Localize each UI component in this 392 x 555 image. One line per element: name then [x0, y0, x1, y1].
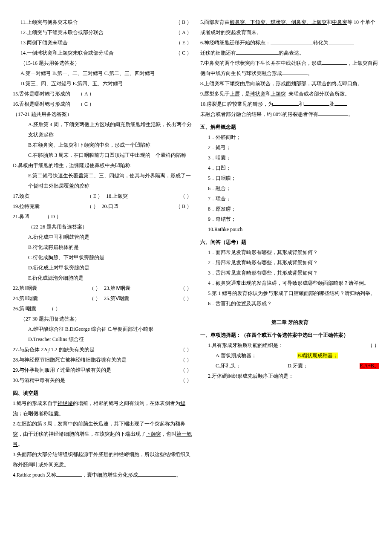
f4c: 。 — [176, 472, 182, 478]
f3b: 外胚间叶或外间充质 — [18, 462, 64, 468]
mc-question-1: 1.具有形成牙釉质功能的组织是：（ ） — [200, 340, 379, 350]
f4b: ，囊中细胞增生分化形成 — [82, 472, 138, 478]
opt-e-22-26: E.衍化成滤泡旁细胞的是 — [13, 273, 192, 283]
blank-icon — [138, 471, 176, 477]
concept-10: 10.Rathke pouch — [200, 224, 379, 234]
q24-ans: （ ） — [89, 293, 101, 304]
blank-icon — [273, 100, 299, 106]
q12-ans: （ A ） — [172, 27, 192, 38]
f1c: 的增殖，相邻的鳃弓之间有浅沟，在体表侧者为 — [73, 400, 180, 406]
q19-text: 19.拉特克囊 — [13, 201, 87, 211]
blank-icon — [318, 110, 348, 116]
left-column: 11.上颌突与侧鼻突未联合（ B ） 12.上颌突与下颌突未联合或部分联合（ A… — [13, 17, 192, 480]
f4a: 4.Rathke pouch 又称 — [13, 472, 56, 478]
f10d: 未融合或者部分融合的结果，约 80%的腭裂患者伴有 — [200, 111, 318, 117]
f9g: 未联合或者部分联合所致。 — [288, 91, 350, 97]
question-17-18: 17.颈窦 （ E ） 18.上颌突 （ ） — [13, 191, 192, 201]
q14-ans: （ C ） — [172, 48, 192, 58]
q25-text: 25.第Ⅴ咽囊 — [101, 293, 180, 304]
q23-text: 23.第Ⅳ咽囊 — [101, 283, 180, 293]
essay-5: 5.第 1 鳃弓的发育你认为参与形成了口腔颌面部的哪些结构？请归纳列举。 — [200, 288, 379, 298]
question-26: 26.第Ⅰ咽囊 （ ） — [13, 304, 192, 314]
blank-icon — [304, 100, 329, 106]
f1g: 。 — [59, 410, 64, 416]
section-5-title: 五、解释概念题 — [200, 122, 379, 132]
question-14: 14.一侧球状突和上颌突未联合或部分联合（ C ） — [13, 48, 192, 58]
opt-a-15-16: A.第一对鳃弓 B.第一、二、三对鳃弓 C.第二、三、四对鳃弓 — [13, 68, 192, 78]
f2e: ，也叫 — [161, 431, 176, 437]
f7a: 7.中鼻突的两个球状突向下生长并在中线处联合，形成 — [200, 60, 322, 66]
fill-2: 2.在胚胎的第 3 周，发育中的前脑生长迅速，其下端出现了一个突起称为额鼻突，由… — [13, 419, 192, 449]
section-4-title: 四、填空题 — [13, 388, 192, 398]
blank-icon — [56, 471, 82, 477]
q29-ans: （ ） — [177, 365, 192, 375]
fill-7: 7.中鼻突的两个球状突向下生长并在中线处联合，形成，上颌突自两侧向中线方向生长与… — [200, 58, 379, 78]
mq1-ans: （ ） — [364, 340, 379, 350]
q24-text: 24.第Ⅲ咽囊 — [13, 293, 89, 304]
q21-text: 21.鼻凹 — [13, 214, 29, 220]
q20-ans: （ B ） — [176, 201, 192, 211]
mq1-opt-d: D.牙囊； — [288, 361, 360, 371]
q11-text: 11.上颌突与侧鼻突未联合 — [20, 17, 172, 27]
q16-text: 16.舌根是哪对鳃弓形成的 — [13, 101, 70, 107]
q18-ans: （ ） — [180, 191, 192, 201]
q18-text: 18.上颌突 — [103, 191, 180, 201]
f2c: ，由于迁移的神经嵴细胞的增生，在该突起的下端出现了 — [18, 431, 146, 437]
f10e: 。 — [348, 111, 353, 117]
q29-text: 29.与怀孕期间服用了过量的维甲酸有关的是 — [13, 365, 177, 375]
f6c: 迁移的细胞还有 — [200, 50, 236, 56]
q22-ans: （ ） — [89, 283, 101, 293]
q25-ans: （ ） — [180, 293, 192, 304]
f1f: 咽囊 — [49, 410, 59, 416]
q17-text: 17.颈窦 — [13, 191, 87, 201]
concept-4: 4．口凹； — [200, 163, 379, 173]
question-16: 16.舌根是哪对鳃弓形成的 （ C ） — [13, 99, 192, 109]
q19-ans: （ ） — [87, 201, 98, 211]
q22-text: 22.第Ⅱ咽囊 — [13, 283, 89, 293]
question-12: 12.上颌突与下颌突未联合或部分联合（ A ） — [13, 27, 192, 38]
f8a: 8.上颌突和下颌突由后向前联合，形成 — [200, 81, 286, 87]
section-1b-title: 一、单项选择题：（在四个或五个备选答案中选出一个正确答案） — [200, 330, 379, 340]
mc-question-2: 2.牙体硬组织形成先后顺序正确的是： — [200, 371, 379, 381]
blank-icon — [334, 100, 347, 106]
f6d: 的高表达。 — [279, 50, 304, 56]
q16-ans: （ C ） — [78, 101, 94, 107]
opt-c-17-21: C.在胚胎第 3 周末，在口咽膜前方口凹顶端正中出现的一个囊样内陷称 — [13, 150, 192, 160]
right-column: 5.面部发育由额鼻突、下颌突、球状突、侧鼻突、上颌突和中鼻突等 10 个单个或者… — [200, 17, 379, 480]
q28-text: 28.与神经原节细胞死亡被神经嵴细胞吞噬有关的是 — [13, 355, 177, 365]
q13-text: 13.两侧下颌突未联合 — [20, 38, 173, 48]
q30-text: 30.与酒精中毒有关的是 — [13, 375, 177, 385]
fill-1: 1.鳃弓的形成来自于神经嵴的增殖，相邻的鳃弓之间有浅沟，在体表侧者为鳃沟；在咽侧… — [13, 398, 192, 419]
fill-3: 3.头面部的大部分结缔组织都起源于外胚层的神经嵴细胞，所以这些结缔组织又称外胚间… — [13, 449, 192, 470]
opt-c-22-26: C.衍化成胸腺、下对甲状旁腺的是 — [13, 252, 192, 263]
shared-22-26: （22-26 题共用备选答案） — [13, 222, 192, 232]
concept-7: 7．联合； — [200, 194, 379, 204]
opt-d-22-26: D.衍化成上对甲状旁腺的是 — [13, 263, 192, 273]
fill-9: 9.唇裂多见于上唇，是球状突和上颌突 未联合或者部分联合所致。 — [200, 89, 379, 99]
f9d: 球状突 — [250, 91, 265, 97]
mq1-opt-a: A.蕾状期成釉器； — [216, 350, 297, 361]
opt-a-22-26: A.衍化成中耳和咽鼓管的是 — [13, 232, 192, 242]
opt-a-27-30: A.维甲酸综合征 B.DiGeorge 综合征 C.半侧面部过小畸形 — [13, 324, 192, 334]
q15-text: 15.舌体是哪对鳃弓形成的 — [13, 91, 70, 97]
f1a: 1.鳃弓的形成来自于 — [13, 400, 58, 406]
q28-ans: （ ） — [177, 355, 192, 365]
q15-ans: （ A ） — [78, 91, 94, 97]
q14-text: 14.一侧球状突和上颌突未联合或部分联合 — [20, 48, 172, 58]
concept-9: 9．奇结节； — [200, 214, 379, 224]
f6b: 转化为 — [313, 40, 329, 46]
question-24-25: 24.第Ⅲ咽囊 （ ） 25.第Ⅴ咽囊 （ ） — [13, 293, 192, 304]
q21-ans: （ D ） — [45, 214, 61, 220]
q27-text: 27.与染色体 22q11.2 的缺失有关的是 — [13, 344, 177, 355]
question-19-20: 19.拉特克囊 （ ） 20.口凹 （ B ） — [13, 201, 192, 211]
mq1-text: 1.具有形成牙釉质功能的组织是： — [208, 340, 364, 350]
blank-icon — [236, 49, 279, 55]
fill-8: 8.上颌突和下颌突由后向前联合，形成面颊部部，其联合的终点即口角。 — [200, 78, 379, 89]
question-21: 21.鼻凹 （ D ） — [13, 211, 192, 222]
opt-d-27-30: D.Treacher Collins 综合征 — [13, 334, 192, 344]
f10c: 及 — [329, 101, 334, 107]
essay-4: 4．额鼻突通常出现的发育障碍，可导致形成哪些颌面部畸形？请举例。 — [200, 278, 379, 288]
f9a: 9.唇裂多见于 — [200, 91, 230, 97]
q17-ans: （ E ） — [87, 191, 103, 201]
q27-ans: （ ） — [177, 344, 192, 355]
